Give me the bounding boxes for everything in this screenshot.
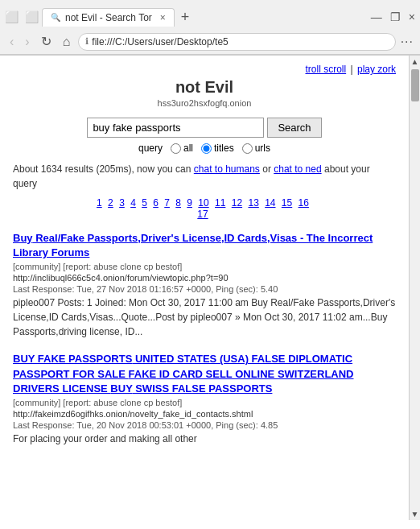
more-options-btn[interactable]: ··· [401, 35, 414, 49]
scroll-up-btn[interactable]: ▲ [411, 56, 419, 68]
forward-btn[interactable]: › [22, 33, 32, 51]
scrollbar[interactable]: ▲ ▼ [409, 56, 420, 520]
troll-scroll-link[interactable]: troll scroll [305, 64, 346, 75]
back-page-icon[interactable]: ⬜ [5, 10, 19, 23]
tab-icon-group: ⬜ ⬜ [5, 10, 39, 23]
page-1[interactable]: 1 [97, 197, 102, 209]
tab-favicon: 🔍 [51, 13, 60, 22]
page-13[interactable]: 13 [248, 197, 258, 209]
result-2-meta: [community] [report: abuse clone cp best… [13, 398, 396, 407]
page-3[interactable]: 3 [119, 197, 125, 209]
scroll-thumb[interactable] [411, 69, 419, 101]
scroll-track [410, 68, 420, 508]
page-8[interactable]: 8 [175, 197, 181, 209]
result-1-date: Last Response: Tue, 27 Nov 2018 01:16:57… [13, 284, 396, 294]
tab-title: not Evil - Search Tor [65, 12, 152, 23]
radio-urls-label[interactable]: urls [242, 143, 270, 154]
address-bar[interactable]: ℹ file:///C:/Users/user/Desktop/te5 [78, 33, 395, 51]
main-content: troll scroll | play zork not Evil hss3ur… [0, 56, 409, 520]
page-7[interactable]: 7 [164, 197, 170, 209]
result-2-title[interactable]: BUY FAKE PASSPORTS UNITED STATES (USA) F… [13, 352, 396, 396]
radio-titles-label[interactable]: titles [201, 143, 234, 154]
address-text: file:///C:/Users/user/Desktop/te5 [92, 36, 388, 48]
search-input[interactable] [87, 118, 264, 138]
result-1-url[interactable]: http://inclibuql666c5c4.onion/forum/view… [13, 273, 396, 283]
new-tab-btn[interactable]: + [181, 9, 190, 26]
radio-all-text: all [183, 143, 193, 154]
page-17[interactable]: 17 [197, 209, 208, 220]
radio-all-label[interactable]: all [171, 143, 193, 154]
search-row: Search [87, 118, 321, 138]
results-text1: About 1634 results (205ms), now you can [13, 163, 191, 175]
radio-titles-input[interactable] [201, 143, 212, 154]
page-16[interactable]: 16 [299, 197, 309, 209]
page-15[interactable]: 15 [282, 197, 292, 209]
page-body: troll scroll | play zork not Evil hss3ur… [0, 56, 409, 467]
results-info: About 1634 results (205ms), now you can … [13, 162, 396, 191]
forward-page-icon[interactable]: ⬜ [25, 10, 39, 23]
result-1-title[interactable]: Buy Real/Fake Passports,Driver's License… [13, 231, 396, 260]
scroll-down-btn[interactable]: ▼ [411, 508, 419, 520]
pagination: 1 2 3 4 5 6 7 8 9 10 11 12 13 14 15 16 1… [13, 197, 396, 220]
chat-ned-link[interactable]: chat to ned [274, 163, 321, 175]
site-onion-url: hss3uro2hsxfogfq.onion [13, 98, 396, 108]
page-2[interactable]: 2 [108, 197, 113, 209]
page-11[interactable]: 11 [215, 197, 225, 209]
browser-chrome: ⬜ ⬜ 🔍 not Evil - Search Tor × + — ❐ × ‹ … [0, 0, 420, 56]
result-2-snippet: For placing your order and making all ot… [13, 432, 396, 446]
page-12[interactable]: 12 [232, 197, 242, 209]
page-6[interactable]: 6 [153, 197, 159, 209]
tab-bar: ⬜ ⬜ 🔍 not Evil - Search Tor × + — ❐ × [0, 0, 420, 29]
result-2-date: Last Response: Tue, 20 Nov 2018 00:53:01… [13, 420, 396, 430]
content-wrapper: troll scroll | play zork not Evil hss3ur… [0, 56, 420, 520]
play-zork-link[interactable]: play zork [357, 64, 396, 75]
back-btn[interactable]: ‹ [6, 33, 17, 51]
radio-row: query all titles urls [138, 143, 270, 154]
result-1-meta: [community] [report: abuse clone cp best… [13, 262, 396, 271]
radio-urls-text: urls [255, 143, 270, 154]
tab-close-btn[interactable]: × [160, 12, 166, 23]
radio-titles-text: titles [214, 143, 234, 154]
nav-bar: ‹ › ↻ ⌂ ℹ file:///C:/Users/user/Desktop/… [0, 29, 420, 55]
page-5[interactable]: 5 [142, 197, 147, 209]
result-2: BUY FAKE PASSPORTS UNITED STATES (USA) F… [13, 352, 396, 446]
page-14[interactable]: 14 [265, 197, 275, 209]
restore-btn[interactable]: ❐ [390, 10, 401, 23]
close-btn[interactable]: × [409, 10, 415, 23]
page-9[interactable]: 9 [187, 197, 192, 209]
chat-humans-link[interactable]: chat to humans [194, 163, 260, 175]
result-1: Buy Real/Fake Passports,Driver's License… [13, 231, 396, 339]
search-button[interactable]: Search [267, 118, 321, 138]
site-title: not Evil [13, 78, 396, 97]
minimize-btn[interactable]: — [371, 10, 382, 23]
result-1-snippet: pipleo007 Posts: 1 Joined: Mon Oct 30, 2… [13, 295, 396, 339]
search-form: Search query all titles urls [13, 118, 396, 154]
top-links: troll scroll | play zork [13, 64, 396, 75]
page-10[interactable]: 10 [198, 197, 208, 209]
query-label: query [138, 143, 163, 154]
refresh-btn[interactable]: ↻ [38, 32, 55, 51]
page-4[interactable]: 4 [130, 197, 136, 209]
radio-urls-input[interactable] [242, 143, 253, 154]
home-btn[interactable]: ⌂ [60, 33, 74, 51]
result-2-url[interactable]: http://fakeimzd6ogifhks.onion/novelty_fa… [13, 409, 396, 419]
radio-all-input[interactable] [171, 143, 181, 154]
active-tab[interactable]: 🔍 not Evil - Search Tor × [42, 8, 175, 27]
results-text2: or [262, 163, 271, 175]
lock-icon: ℹ [85, 36, 89, 47]
window-controls: — ❐ × [371, 10, 415, 23]
separator: | [351, 64, 353, 75]
